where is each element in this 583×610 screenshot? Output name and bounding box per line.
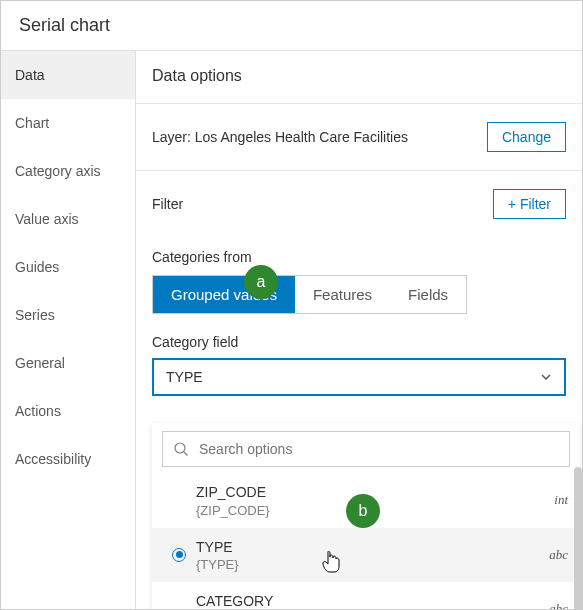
category-field-label: Category field (152, 314, 566, 358)
scrollbar-thumb[interactable] (574, 467, 582, 609)
option-type: abc (538, 547, 568, 563)
cursor-pointer-icon (322, 551, 342, 575)
sidebar-item-data[interactable]: Data (1, 51, 135, 99)
sidebar: Data Chart Category axis Value axis Guid… (1, 51, 136, 609)
radio-col (162, 548, 196, 562)
layer-row: Layer: Los Angeles Health Care Facilitie… (152, 104, 566, 170)
segment-fields[interactable]: Fields (390, 276, 466, 313)
search-input[interactable] (199, 441, 559, 457)
option-type: int (538, 492, 568, 508)
sidebar-item-series[interactable]: Series (1, 291, 135, 339)
categories-from-label: Categories from (152, 237, 566, 275)
option-name: CATEGORY (196, 592, 538, 609)
filter-label: Filter (152, 196, 183, 212)
callout-a: a (244, 265, 278, 299)
change-button[interactable]: Change (487, 122, 566, 152)
callout-b: b (346, 494, 380, 528)
window-title: Serial chart (1, 1, 582, 51)
option-category[interactable]: CATEGORY {CATEGORY} abc (152, 582, 580, 609)
segment-features[interactable]: Features (295, 276, 390, 313)
option-type: abc (538, 601, 568, 609)
option-sub: {TYPE} (196, 557, 538, 572)
option-name: TYPE (196, 538, 538, 558)
add-filter-button[interactable]: + Filter (493, 189, 566, 219)
option-text: TYPE {TYPE} (196, 538, 538, 573)
option-type-field[interactable]: TYPE {TYPE} abc (152, 528, 580, 583)
layer-label: Layer: Los Angeles Health Care Facilitie… (152, 129, 408, 145)
svg-point-0 (175, 443, 185, 453)
sidebar-item-actions[interactable]: Actions (1, 387, 135, 435)
option-text: CATEGORY {CATEGORY} (196, 592, 538, 609)
sidebar-item-chart[interactable]: Chart (1, 99, 135, 147)
radio-selected-icon (172, 548, 186, 562)
sidebar-item-guides[interactable]: Guides (1, 243, 135, 291)
section-title: Data options (152, 51, 566, 103)
sidebar-item-value-axis[interactable]: Value axis (1, 195, 135, 243)
category-field-dropdown[interactable]: TYPE (152, 358, 566, 396)
search-row (162, 431, 570, 467)
dropdown-value: TYPE (166, 369, 203, 385)
filter-row: Filter + Filter (152, 171, 566, 237)
sidebar-item-accessibility[interactable]: Accessibility (1, 435, 135, 483)
config-window: Serial chart Data Chart Category axis Va… (0, 0, 583, 610)
search-icon (173, 441, 189, 457)
sidebar-item-general[interactable]: General (1, 339, 135, 387)
sidebar-item-category-axis[interactable]: Category axis (1, 147, 135, 195)
svg-line-1 (184, 452, 188, 456)
main-panel: Data options Layer: Los Angeles Health C… (136, 51, 582, 609)
window-body: Data Chart Category axis Value axis Guid… (1, 51, 582, 609)
categories-segment: Grouped values Features Fields (152, 275, 467, 314)
chevron-down-icon (540, 371, 552, 383)
